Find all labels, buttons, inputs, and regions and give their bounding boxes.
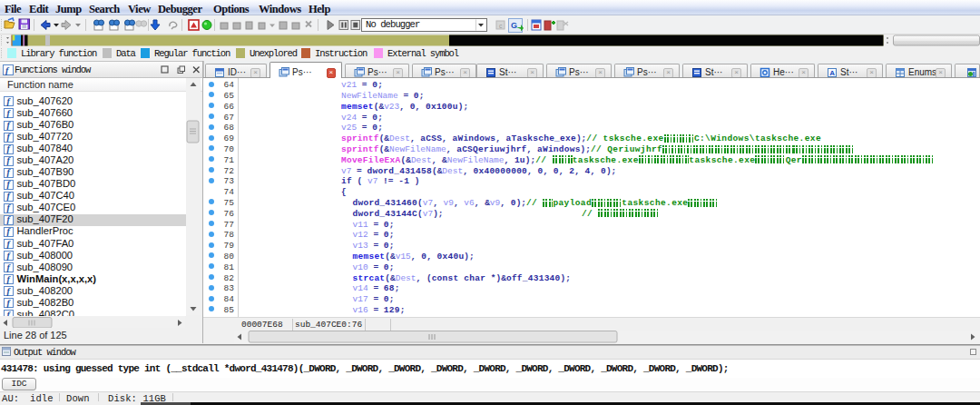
svg-text:c: c (499, 23, 503, 29)
svg-text:A: A (829, 69, 835, 77)
svg-text:G: G (511, 21, 517, 30)
